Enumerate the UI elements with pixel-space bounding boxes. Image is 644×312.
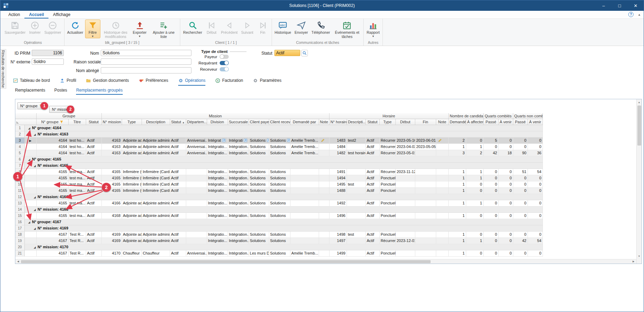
close-button[interactable]: ✕ xyxy=(628,0,644,11)
column-header-a-affecter[interactable]: À affecter xyxy=(466,119,483,125)
collapse-icon[interactable]: ◢ xyxy=(28,158,30,161)
id-prim-field[interactable] xyxy=(32,50,64,56)
ribbon-button-evenements-et-taches[interactable]: Événements et tâches xyxy=(332,20,362,39)
table-row[interactable]: 194167Test R...Actif4169Adjointe adm...A… xyxy=(15,237,543,244)
column-header-statut[interactable]: Statut xyxy=(86,119,101,125)
vertical-scroll-thumb[interactable] xyxy=(637,106,641,146)
raison-sociale-field[interactable] xyxy=(101,58,191,65)
ribbon-button-actualiser[interactable]: Actualiser xyxy=(66,20,85,35)
ribbon-button-exporter[interactable]: Exporter▼ xyxy=(131,20,149,38)
column-header-n-groupe[interactable]: N° groupe xyxy=(36,119,68,125)
toggle-requerant[interactable] xyxy=(220,61,229,65)
nom-abrege-field[interactable] xyxy=(101,67,191,73)
collapse-icon[interactable]: ◢ xyxy=(28,221,30,224)
table-row[interactable]: 114165test ma...Actif4165Infirmière (Ca.… xyxy=(15,187,543,194)
ribbon-button-debut[interactable]: Début xyxy=(204,20,219,35)
subtab-postes[interactable]: Postes xyxy=(54,88,67,95)
column-header-debut[interactable]: Début xyxy=(395,119,415,125)
column-header-demande-par[interactable]: Demandé par xyxy=(290,119,319,125)
column-header-a-venir[interactable]: À venir xyxy=(528,119,543,125)
help-icon[interactable]: ? xyxy=(628,12,634,17)
column-header-passe[interactable]: Passé xyxy=(513,119,528,125)
minimize-button[interactable]: – xyxy=(596,0,612,11)
ribbon-button-ajouter-a-une-liste[interactable]: Ajouter à une liste xyxy=(148,20,179,39)
ribbon-button-telephoner[interactable]: Téléphoner xyxy=(310,20,332,35)
column-header-statut[interactable]: Statut xyxy=(365,119,379,125)
ribbon-button-fin[interactable]: Fin xyxy=(255,20,271,35)
group-chip-n-groupe[interactable]: N° groupe xyxy=(17,102,46,109)
column-header-statut[interactable]: Statut ▲ xyxy=(170,119,186,125)
tab-tableau-de-bord[interactable]: Tableau de bord xyxy=(13,77,50,86)
group-row[interactable]: 17◢N° mission: 4169 xyxy=(15,225,543,231)
ribbon-button-historique[interactable]: Historique xyxy=(273,20,293,35)
table-row[interactable]: 84165test ma...Actif4165Infirmière (Ca..… xyxy=(15,169,543,175)
horizontal-scrollbar[interactable]: ◀ ▶ xyxy=(15,259,636,264)
column-header-n-mission[interactable]: N° mission xyxy=(101,119,122,125)
group-row[interactable]: 1◢N° groupe: 4164 xyxy=(15,125,543,131)
collapse-icon[interactable]: ◢ xyxy=(34,208,36,211)
tab-operations[interactable]: Opérations xyxy=(178,77,206,86)
column-header-client-payeur[interactable]: Client payeur xyxy=(249,119,269,125)
column-header-type[interactable]: Type xyxy=(379,119,395,125)
ribbon-collapse-icon[interactable]: ▲ xyxy=(638,13,641,16)
scroll-up-icon[interactable]: ▲ xyxy=(637,100,642,105)
column-header-fin[interactable]: Fin xyxy=(415,119,436,125)
group-row[interactable]: 14◢N° mission: 4168 xyxy=(15,206,543,212)
column-header-demandes[interactable]: Demandés xyxy=(448,119,466,125)
table-row[interactable]: 184167Test R...Actif4169Adjointe adm...A… xyxy=(15,231,543,237)
subtab-remplacements[interactable]: Remplacements xyxy=(15,88,45,95)
toggle-payeur[interactable] xyxy=(220,55,229,59)
statut-field[interactable] xyxy=(274,50,300,56)
ribbon-button-suivant[interactable]: Suivant xyxy=(240,20,255,35)
column-header-succursale[interactable]: Succursale xyxy=(228,119,249,125)
ribbon-button-precedent[interactable]: Précédent xyxy=(219,20,240,35)
no-externe-field[interactable] xyxy=(32,58,64,65)
group-chip-n-mission[interactable]: N° mission xyxy=(49,106,73,113)
column-header-titre[interactable]: Titre xyxy=(68,119,86,125)
collapse-icon[interactable]: ◢ xyxy=(28,127,30,130)
vertical-scrollbar[interactable]: ▲ ▼ xyxy=(636,99,642,264)
column-header-description[interactable]: Description xyxy=(142,119,170,125)
table-row[interactable]: 104165test ma...Actif4165Infirmière (Ca.… xyxy=(15,181,543,187)
group-row[interactable]: 2◢N° mission: 4163 xyxy=(15,131,543,137)
column-header-type[interactable]: Type xyxy=(122,119,142,125)
ribbon-button-rechercher[interactable]: Rechercher xyxy=(181,20,204,35)
horizontal-scroll-thumb[interactable] xyxy=(21,260,431,263)
ribbon-button-rapport[interactable]: Rapport▼ xyxy=(365,20,381,38)
toggle-receveur[interactable] xyxy=(220,67,229,71)
table-row[interactable]: 54164test ho...Actif4163Adjointe adm...A… xyxy=(15,150,543,156)
maximize-button[interactable]: □ xyxy=(612,0,628,11)
tab-profil[interactable]: Profil xyxy=(60,77,76,86)
scroll-left-icon[interactable]: ◀ xyxy=(16,259,21,264)
collapse-icon[interactable]: ◢ xyxy=(34,196,36,199)
ribbon-button-envoyer[interactable]: Envoyer xyxy=(293,20,310,35)
nom-field[interactable] xyxy=(101,50,191,56)
ribbon-button-sauvegarder[interactable]: Sauvegarder xyxy=(3,20,27,35)
table-row[interactable]: 3▶4164test ho...Actif4163Adjointe adm...… xyxy=(15,137,543,143)
scroll-down-icon[interactable]: ▼ xyxy=(637,254,642,259)
column-header-n-horaire[interactable]: N° horaire xyxy=(329,119,347,125)
collapse-icon[interactable]: ◢ xyxy=(34,246,36,249)
ribbon-button-filtre[interactable]: Filtre▼ xyxy=(85,20,100,38)
menu-tab-affichage[interactable]: Affichage xyxy=(48,11,75,18)
table-row[interactable]: 154165test ma...Actif4168Adjointe adm...… xyxy=(15,212,543,219)
collapse-icon[interactable]: ◢ xyxy=(34,133,36,136)
table-row[interactable]: 94165test ma...Actif4165Infirmière (Ca..… xyxy=(15,175,543,181)
collapse-icon[interactable]: ◢ xyxy=(34,227,36,230)
group-row[interactable]: 7◢N° mission: 4165 xyxy=(15,162,543,169)
tab-facturation[interactable]: Facturation xyxy=(215,77,243,86)
menu-tab-action[interactable]: Action xyxy=(4,11,24,18)
tab-preferences[interactable]: Préférences xyxy=(139,77,168,86)
column-header-a-venir[interactable]: À venir xyxy=(498,119,513,125)
tab-gestion-documents[interactable]: Gestion documents xyxy=(86,77,129,86)
column-header-note[interactable]: Note xyxy=(436,119,448,125)
subtab-remplacements-groupes[interactable]: Remplacements groupés xyxy=(76,88,122,95)
table-row[interactable]: 134165test ma...Actif4166Adjointe adm...… xyxy=(15,200,543,206)
statut-lookup-button[interactable] xyxy=(301,50,308,56)
column-header-descripti[interactable]: Descripti... xyxy=(347,119,365,125)
tab-parametres[interactable]: Paramètres xyxy=(253,77,281,86)
ribbon-button-supprimer[interactable]: Supprimer xyxy=(43,20,63,35)
group-row[interactable]: 20◢N° mission: 4170 xyxy=(15,244,543,250)
table-row[interactable]: 44164test ho...Actif4163Adjointe adm...A… xyxy=(15,143,543,150)
table-row[interactable]: 214167Test R...Actif4170ChauffeurChauffe… xyxy=(15,250,543,256)
